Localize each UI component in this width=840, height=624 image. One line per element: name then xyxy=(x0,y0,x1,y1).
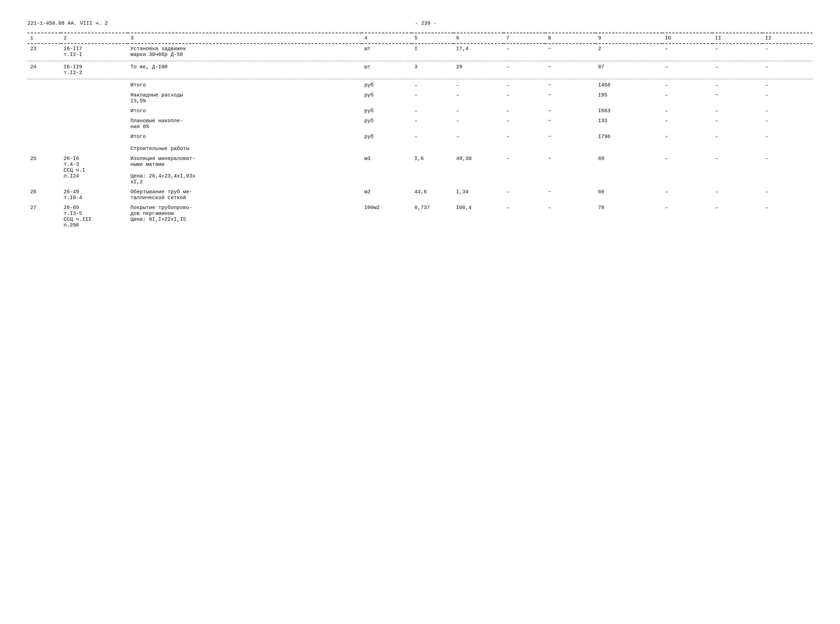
table-header: 1 2 3 4 5 6 7 8 9 IO II I2 xyxy=(28,33,812,43)
table-row: Накладные расходы I3,5%руб–––~I95–~– xyxy=(28,90,812,106)
col-header-1: 1 xyxy=(28,33,61,43)
header-center: - 239 - xyxy=(415,21,437,26)
table-row: 2726-69 т.I3-5 ССЦ ч.III п.298Покрытие т… xyxy=(28,203,812,230)
header-right xyxy=(744,21,812,26)
col-header-4: 4 xyxy=(361,33,412,43)
col-header-12: I2 xyxy=(763,33,812,43)
table-row: 24I6-II9 т.I2-2То же, Д-I00шт329–~87––– xyxy=(28,62,812,78)
table-row: 23I6-II7 т.I2-IУстановка задвижек марки … xyxy=(28,43,812,60)
col-header-2: 2 xyxy=(61,33,128,43)
main-table: 1 2 3 4 5 6 7 8 9 IO II I2 23I6-II7 т.I2… xyxy=(28,32,812,230)
header-left: 221-1-450.88 АА. VIII ч. 2 xyxy=(28,21,108,26)
table-row xyxy=(28,78,812,80)
col-header-3: 3 xyxy=(128,33,361,43)
col-header-7: 7 xyxy=(503,33,545,43)
col-header-8: 8 xyxy=(545,33,595,43)
table-row: Итогоруб–––~I468––– xyxy=(28,80,812,90)
col-header-5: 5 xyxy=(412,33,454,43)
table-row: 2626-49 т.I0-4Обертывание труб ме- талли… xyxy=(28,187,812,203)
table-row xyxy=(28,60,812,62)
table-row: Итогоруб–––~I663––– xyxy=(28,106,812,116)
col-header-9: 9 xyxy=(595,33,662,43)
table-row: Плановые накопле- ния 8%руб–––~I33––– xyxy=(28,116,812,132)
table-row: 2526-I6 т.4-3 ССЦ ч.I п.I24Изоляция мине… xyxy=(28,154,812,187)
page-header: 221-1-450.88 АА. VIII ч. 2 - 239 - xyxy=(28,21,812,26)
page-container: 221-1-450.88 АА. VIII ч. 2 - 239 - 1 2 3… xyxy=(28,21,812,230)
col-header-10: IO xyxy=(662,33,712,43)
table-row: Итогоруб–––~I796––– xyxy=(28,132,812,142)
col-header-6: 6 xyxy=(454,33,503,43)
col-header-11: II xyxy=(712,33,763,43)
table-row: Строительные работы xyxy=(28,142,812,154)
